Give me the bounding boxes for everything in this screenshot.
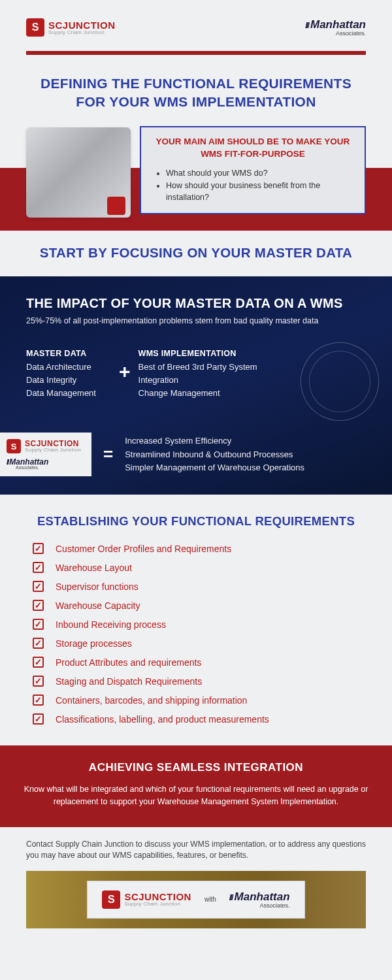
- scj-logo: S SCJUNCTION Supply Chain Junction: [26, 18, 116, 37]
- establish-heading: ESTABLISHING YOUR FUNCTIONAL REQUIREMENT…: [0, 495, 392, 539]
- requirement-item: ✓Storage processes: [33, 634, 359, 653]
- manhattan-logo: Manhattan Associates.: [305, 18, 366, 37]
- requirement-label: Storage processes: [56, 638, 132, 649]
- aim-callout: YOUR MAIN AIM SHOULD BE TO MAKE YOUR WMS…: [140, 126, 366, 214]
- master-data-body: Data Architecture Data Integrity Data Ma…: [26, 361, 111, 400]
- impact-stat: 25%-75% of all post-implementation probl…: [26, 316, 366, 325]
- requirement-item: ✓Containers, barcodes, and shipping info…: [33, 691, 359, 710]
- requirement-item: ✓Warehouse Layout: [33, 558, 359, 577]
- scj-logo-name: SCJUNCTION: [48, 20, 116, 30]
- scj-logo-tagline: Supply Chain Junction: [48, 30, 116, 35]
- requirement-label: Product Attributes and requirements: [56, 657, 201, 668]
- aim-bullet: What should your WMS do?: [166, 167, 354, 180]
- requirement-item: ✓Supervisor functions: [33, 577, 359, 596]
- aim-bullet-list: What should your WMS do? How should your…: [152, 167, 354, 204]
- requirement-label: Classifications, labelling, and product …: [56, 714, 269, 725]
- mini-logos: S SCJUNCTION Supply Chain Junction Manha…: [0, 433, 91, 476]
- header: S SCJUNCTION Supply Chain Junction Manha…: [0, 0, 392, 43]
- integration-title: ACHIEVING SEAMLESS INTEGRATION: [24, 761, 368, 774]
- requirement-item: ✓Inbound Receiving process: [33, 615, 359, 634]
- plus-icon: +: [119, 361, 131, 383]
- check-icon: ✓: [33, 581, 44, 592]
- check-icon: ✓: [33, 676, 44, 687]
- manhattan-logo-name: Manhattan: [305, 18, 366, 31]
- check-icon: ✓: [33, 619, 44, 630]
- warehouse-image: [26, 127, 131, 218]
- requirement-label: Customer Order Profiles and Requirements: [56, 544, 231, 554]
- check-icon: ✓: [33, 600, 44, 611]
- check-icon: ✓: [33, 694, 44, 706]
- check-icon: ✓: [33, 638, 44, 649]
- footer-with: with: [204, 896, 216, 903]
- manhattan-logo-tag: Associates.: [305, 30, 366, 37]
- requirement-label: Containers, barcodes, and shipping infor…: [56, 695, 247, 706]
- check-icon: ✓: [33, 543, 44, 554]
- check-icon: ✓: [33, 713, 44, 725]
- requirement-label: Supervisor functions: [56, 581, 139, 592]
- requirements-list: ✓Customer Order Profiles and Requirement…: [0, 539, 392, 745]
- requirement-item: ✓Classifications, labelling, and product…: [33, 710, 359, 728]
- requirement-item: ✓Staging and Dispatch Requirements: [33, 672, 359, 691]
- footer-manhattan-logo: Manhattan Associates.: [229, 890, 290, 909]
- requirement-label: Inbound Receiving process: [56, 619, 166, 630]
- requirement-item: ✓Customer Order Profiles and Requirement…: [33, 539, 359, 558]
- contact-text: Contact Supply Chain Junction to discuss…: [0, 827, 392, 871]
- integration-body: Know what will be integrated and which o…: [24, 783, 368, 809]
- requirement-item: ✓Product Attributes and requirements: [33, 653, 359, 672]
- master-data-heading: MASTER DATA: [26, 349, 111, 358]
- aim-bullet: How should your business benefit from th…: [166, 180, 354, 204]
- impact-title: THE IMPACT OF YOUR MASTER DATA ON A WMS: [26, 296, 366, 311]
- page-title: DEFINING THE FUNCTIONAL REQUIREMENTS FOR…: [0, 55, 392, 126]
- check-icon: ✓: [33, 657, 44, 668]
- requirement-item: ✓Warehouse Capacity: [33, 596, 359, 615]
- requirement-label: Warehouse Layout: [56, 563, 132, 573]
- footer-banner: S SCJUNCTION Supply Chain Junction with …: [26, 871, 366, 928]
- footer-scj-logo: S SCJUNCTION Supply Chain Junction: [102, 890, 191, 909]
- impact-results: Increased System Efficiency Streamlined …: [125, 434, 304, 474]
- equals-icon: =: [103, 444, 113, 465]
- orbit-icon: [289, 331, 390, 432]
- requirement-label: Warehouse Capacity: [56, 600, 140, 611]
- scj-logo-mark: S: [26, 18, 44, 37]
- check-icon: ✓: [33, 562, 44, 573]
- impact-section: THE IMPACT OF YOUR MASTER DATA ON A WMS …: [0, 276, 392, 495]
- focus-heading: START BY FOCUSING ON YOUR MASTER DATA: [0, 236, 392, 276]
- integration-section: ACHIEVING SEAMLESS INTEGRATION Know what…: [0, 745, 392, 827]
- requirement-label: Staging and Dispatch Requirements: [56, 676, 202, 687]
- aim-section: YOUR MAIN AIM SHOULD BE TO MAKE YOUR WMS…: [0, 126, 392, 236]
- aim-heading: YOUR MAIN AIM SHOULD BE TO MAKE YOUR WMS…: [152, 135, 354, 161]
